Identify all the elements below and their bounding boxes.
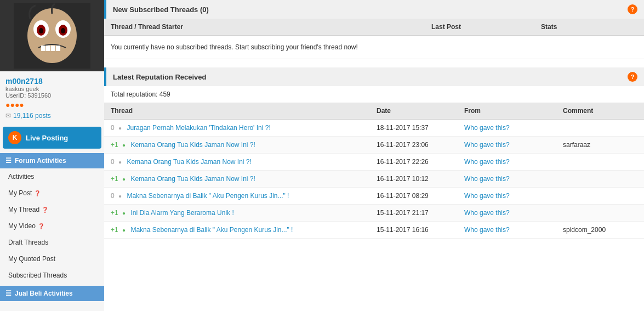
user-info: m00n2718 kaskus geek UserID: 5391560 ●●●…: [0, 71, 104, 122]
myquotedpost-label: My Quoted Post: [8, 255, 55, 263]
rep-thread-cell: 0 ● Makna Sebenarnya di Balik " Aku Peng…: [104, 188, 370, 204]
mypost-label: My Post: [8, 189, 32, 197]
live-posting-button[interactable]: K Live Posting: [3, 127, 101, 149]
rep-from-cell: Who gave this?: [458, 137, 556, 153]
avatar: [14, 3, 90, 69]
who-gave-link[interactable]: Who gave this?: [464, 124, 510, 132]
rep-score: +1: [111, 175, 118, 183]
rep-date-cell: 16-11-2017 08:29: [370, 188, 458, 204]
who-gave-link[interactable]: Who gave this?: [464, 158, 510, 166]
table-row: +1 ● Ini Dia Alarm Yang Beraroma Unik ! …: [104, 205, 644, 222]
mythread-help-icon: ❓: [42, 207, 48, 213]
rep-thread-cell: 0 ● Juragan Pernah Melakukan 'Tindakan H…: [104, 120, 370, 136]
rep-score: +1: [111, 141, 118, 149]
svg-rect-11: [56, 46, 60, 51]
rep-comment-cell: [556, 191, 644, 200]
rep-score: 0: [111, 192, 115, 200]
user-role: kaskus geek: [5, 86, 99, 92]
myvideo-label: My Video: [8, 222, 36, 230]
sidebar-item-activities[interactable]: Activities: [0, 168, 104, 185]
table-row: 0 ● Kemana Orang Tua Kids Jaman Now Ini …: [104, 154, 644, 171]
forum-activities-header[interactable]: ☰ Forum Activities: [0, 153, 104, 168]
rep-thread-cell: +1 ● Makna Sebenarnya di Balik " Aku Pen…: [104, 222, 370, 238]
rep-dot: ●: [122, 176, 126, 182]
rep-from-cell: Who gave this?: [458, 120, 556, 136]
sidebar-item-myquotedpost[interactable]: My Quoted Post: [0, 251, 104, 267]
post-count: ✉ 19,116 posts: [5, 112, 99, 120]
jual-beli-header[interactable]: ☰ Jual Beli Activities: [0, 286, 104, 301]
rep-thread-link[interactable]: Kemana Orang Tua Kids Jaman Now Ini ?!: [130, 175, 255, 183]
table-row: 0 ● Makna Sebenarnya di Balik " Aku Peng…: [104, 188, 644, 205]
rep-score: +1: [111, 209, 118, 217]
rep-dot: ●: [122, 142, 126, 148]
rep-from-cell: Who gave this?: [458, 188, 556, 204]
who-gave-link[interactable]: Who gave this?: [464, 175, 510, 183]
mythread-label: My Thread: [8, 206, 39, 213]
svg-rect-9: [46, 46, 50, 51]
rep-score: +1: [111, 226, 118, 234]
svg-point-7: [61, 28, 65, 33]
jualbeli-label: Jual Beli Activities: [15, 290, 73, 297]
rep-comment-cell: [556, 174, 644, 183]
rep-thread-link[interactable]: Juragan Pernah Melakukan 'Tindakan Hero'…: [127, 124, 270, 132]
col-last-post: Last Post: [425, 19, 534, 35]
rep-col-thread: Thread: [104, 103, 370, 119]
kaskus-icon: K: [8, 131, 21, 144]
myvideo-help-icon: ❓: [38, 223, 44, 229]
rep-from-cell: Who gave this?: [458, 222, 556, 238]
rep-col-comment: Comment: [556, 103, 644, 119]
rep-from-cell: Who gave this?: [458, 171, 556, 187]
reputation-total: Total reputation: 459: [104, 86, 644, 103]
user-id: UserID: 5391560: [5, 92, 99, 99]
sidebar-item-myvideo[interactable]: My Video ❓: [0, 218, 104, 234]
user-stars: ●●●●: [5, 100, 99, 109]
rep-dot: ●: [122, 210, 126, 216]
rep-thread-cell: +1 ● Ini Dia Alarm Yang Beraroma Unik !: [104, 205, 370, 221]
rep-comment-cell: spidcom_2000: [556, 222, 644, 238]
reputation-help-button[interactable]: ?: [628, 72, 637, 82]
jualbeli-icon: ☰: [5, 290, 12, 297]
avatar-section: [0, 0, 104, 71]
rep-table-header: Thread Date From Comment: [104, 103, 644, 120]
draftthreads-label: Draft Threads: [8, 239, 48, 246]
live-posting-label: Live Posting: [26, 134, 68, 142]
rep-comment-cell: sarfaraaz: [556, 137, 644, 153]
rep-score: 0: [111, 124, 115, 132]
rep-thread-link[interactable]: Makna Sebenarnya di Balik " Aku Pengen K…: [130, 226, 293, 234]
rep-score: 0: [111, 158, 115, 166]
who-gave-link[interactable]: Who gave this?: [464, 226, 510, 234]
rep-dot: ●: [122, 227, 126, 233]
rep-date-cell: 16-11-2017 23:06: [370, 137, 458, 153]
who-gave-link[interactable]: Who gave this?: [464, 209, 510, 217]
message-icon: ✉: [5, 112, 11, 120]
subscribedthreads-label: Subscribed Threads: [8, 272, 67, 279]
subscribed-help-button[interactable]: ?: [628, 4, 637, 14]
rep-thread-link[interactable]: Kemana Orang Tua Kids Jaman Now Ini ?!: [127, 158, 251, 166]
sidebar-item-mypost[interactable]: My Post ❓: [0, 185, 104, 201]
forum-icon: ☰: [5, 157, 12, 165]
subscribed-table-header: Thread / Thread Starter Last Post Stats: [104, 19, 644, 36]
col-thread-starter: Thread / Thread Starter: [104, 19, 425, 35]
rep-thread-cell: +1 ● Kemana Orang Tua Kids Jaman Now Ini…: [104, 171, 370, 187]
rep-dot: ●: [118, 159, 122, 165]
rep-thread-link[interactable]: Makna Sebenarnya di Balik " Aku Pengen K…: [127, 192, 289, 200]
who-gave-link[interactable]: Who gave this?: [464, 141, 510, 149]
rep-thread-link[interactable]: Ini Dia Alarm Yang Beraroma Unik !: [130, 209, 233, 217]
rep-thread-link[interactable]: Kemana Orang Tua Kids Jaman Now Ini ?!: [130, 141, 255, 149]
rep-comment-cell: [556, 123, 644, 132]
forum-activities-label: Forum Activities: [15, 157, 66, 165]
table-row: 0 ● Juragan Pernah Melakukan 'Tindakan H…: [104, 120, 644, 137]
sidebar-item-mythread[interactable]: My Thread ❓: [0, 201, 104, 218]
rep-col-from: From: [458, 103, 556, 119]
sidebar-item-draftthreads[interactable]: Draft Threads: [0, 234, 104, 251]
rep-thread-cell: 0 ● Kemana Orang Tua Kids Jaman Now Ini …: [104, 154, 370, 170]
subscribed-section-title: New Subscribed Threads (0): [113, 5, 209, 14]
sidebar-item-subscribedthreads[interactable]: Subscribed Threads: [0, 267, 104, 284]
rep-comment-cell: [556, 208, 644, 217]
reputation-section-title: Latest Reputation Received: [113, 73, 207, 81]
rep-date-cell: 16-11-2017 10:12: [370, 171, 458, 187]
rep-from-cell: Who gave this?: [458, 154, 556, 170]
who-gave-link[interactable]: Who gave this?: [464, 192, 510, 200]
rep-date-cell: 16-11-2017 22:26: [370, 154, 458, 170]
table-row: +1 ● Kemana Orang Tua Kids Jaman Now Ini…: [104, 171, 644, 188]
